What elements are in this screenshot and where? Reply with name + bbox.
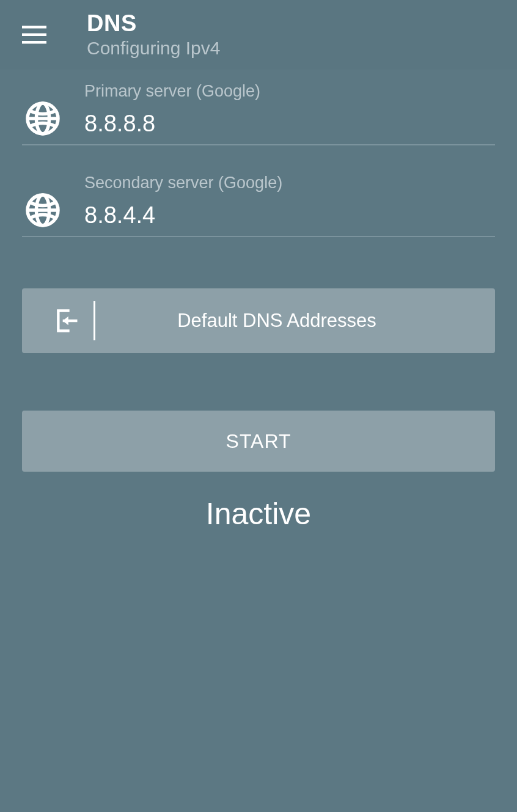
- app-bar: DNS Configuring Ipv4: [0, 0, 517, 70]
- start-button[interactable]: START: [22, 411, 495, 472]
- primary-server-field: Primary server (Google): [22, 82, 495, 145]
- svg-marker-10: [62, 316, 68, 326]
- hamburger-icon: [22, 26, 46, 44]
- import-icon-wrap: [40, 301, 95, 340]
- title-block: DNS Configuring Ipv4: [87, 11, 220, 59]
- svg-rect-0: [22, 26, 46, 29]
- svg-rect-1: [22, 34, 46, 37]
- svg-rect-2: [22, 41, 46, 44]
- menu-button[interactable]: [17, 18, 51, 52]
- primary-server-input[interactable]: [84, 111, 495, 139]
- secondary-server-label: Secondary server (Google): [84, 174, 495, 192]
- globe-icon: [24, 192, 61, 229]
- app-subtitle: Configuring Ipv4: [87, 38, 220, 59]
- default-dns-label: Default DNS Addresses: [95, 310, 495, 332]
- default-dns-button[interactable]: Default DNS Addresses: [22, 288, 495, 353]
- status-text: Inactive: [22, 496, 495, 532]
- secondary-server-field: Secondary server (Google): [22, 174, 495, 237]
- import-icon: [54, 307, 81, 334]
- globe-icon: [24, 100, 61, 137]
- secondary-server-input[interactable]: [84, 202, 495, 231]
- app-title: DNS: [87, 11, 220, 37]
- primary-server-label: Primary server (Google): [84, 82, 495, 101]
